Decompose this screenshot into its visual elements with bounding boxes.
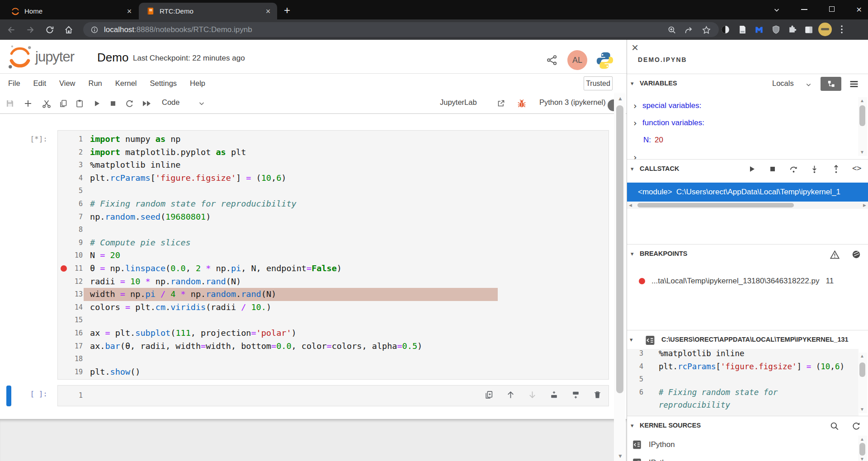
collapse-triangle-icon[interactable]: ▾ — [631, 165, 634, 172]
breakpoint-row[interactable]: ...ta\Local\Temp\ipykernel_13180\3646318… — [627, 277, 868, 286]
expand-chevron-icon[interactable]: › — [632, 152, 642, 159]
chevron-down-icon[interactable] — [805, 81, 812, 88]
scrollbar-thumb[interactable] — [637, 203, 794, 207]
line-number[interactable]: 8 — [71, 223, 83, 236]
callstack-section-header[interactable]: ▾ CALLSTACK <> — [627, 159, 868, 179]
line-number[interactable]: 9 — [71, 236, 83, 249]
save-icon[interactable] — [5, 99, 14, 108]
tab-search-chevron-icon[interactable] — [773, 6, 780, 14]
stop-icon[interactable] — [108, 99, 118, 108]
jupyterlab-link[interactable]: JupyterLab — [440, 98, 477, 107]
delete-cell-icon[interactable] — [593, 390, 602, 400]
menu-settings[interactable]: Settings — [150, 79, 177, 88]
line-number[interactable]: 11 — [71, 262, 83, 275]
menu-file[interactable]: File — [8, 79, 20, 88]
code-line-5[interactable]: 5 — [58, 184, 609, 198]
reload-icon[interactable] — [45, 25, 55, 35]
kernel-source-item[interactable]: IPython.core — [627, 454, 858, 461]
variables-section-header[interactable]: ▾ VARIABLES Locals — [627, 74, 868, 94]
code-line-11[interactable]: 11θ = np.linspace(0.0, 2 * np.pi, N, end… — [58, 262, 609, 275]
kernel-sources-section-header[interactable]: ▾ KERNEL SOURCES — [627, 416, 868, 436]
variable-group-label[interactable]: special variables: — [642, 101, 701, 110]
trusted-button[interactable]: Trusted — [584, 76, 613, 90]
terminate-icon[interactable] — [768, 165, 777, 174]
collapse-triangle-icon[interactable]: ▾ — [631, 80, 634, 87]
scope-dropdown[interactable]: Locals — [772, 79, 794, 88]
pause-on-exception-icon[interactable] — [830, 249, 840, 260]
line-number[interactable]: 7 — [71, 211, 83, 224]
line-number[interactable]: 16 — [71, 327, 83, 340]
malwarebytes-extension-icon[interactable] — [754, 25, 764, 35]
extensions-puzzle-icon[interactable] — [788, 25, 797, 34]
collapse-triangle-icon[interactable]: ▾ — [631, 422, 634, 429]
close-panel-icon[interactable]: × — [632, 41, 638, 55]
url-omnibox[interactable]: localhost:8888/notebooks/RTC:Demo.ipynb — [83, 22, 719, 37]
code-line-3[interactable]: 3%matplotlib inline — [58, 159, 609, 172]
chevron-down-icon[interactable] — [198, 100, 205, 107]
line-number[interactable]: 12 — [71, 275, 83, 288]
notes-extension-icon[interactable] — [738, 25, 747, 34]
user-avatar[interactable]: AL — [567, 50, 587, 70]
code-line-14[interactable]: 14colors = plt.cm.viridis(radii / 10.) — [58, 301, 609, 314]
duplicate-cell-icon[interactable] — [484, 390, 494, 400]
variable-row[interactable]: N:20 — [627, 132, 858, 149]
share-notebook-icon[interactable] — [546, 54, 558, 66]
kernel-sources-scrollbar[interactable]: ▲ ▼ — [858, 436, 867, 461]
menu-view[interactable]: View — [59, 79, 75, 88]
code-line-12[interactable]: 12radii = 10 * np.random.rand(N) — [58, 275, 609, 288]
menu-help[interactable]: Help — [190, 79, 205, 88]
line-number[interactable]: 10 — [71, 249, 83, 262]
scroll-up-icon[interactable]: ▲ — [618, 95, 623, 102]
code-line-7[interactable]: 7np.random.seed(19680801) — [58, 211, 609, 224]
insert-cell-above-icon[interactable] — [549, 390, 559, 400]
scrollbar-thumb[interactable] — [859, 443, 865, 456]
zoom-icon[interactable] — [667, 25, 677, 35]
code-line-8[interactable]: 8 — [58, 223, 609, 236]
menu-kernel[interactable]: Kernel — [115, 79, 137, 88]
evaluate-code-icon[interactable]: <> — [852, 164, 861, 173]
line-number[interactable]: 14 — [71, 301, 83, 314]
breakpoints-section-header[interactable]: ▾ BREAKPOINTS — [627, 244, 868, 264]
code-line-10[interactable]: 10N = 20 — [58, 249, 609, 262]
paste-icon[interactable] — [75, 99, 84, 108]
scrollbar-thumb[interactable] — [616, 105, 623, 393]
home-icon[interactable] — [64, 25, 74, 35]
kernel-name-label[interactable]: Python 3 (ipykernel) — [539, 98, 606, 107]
notebook-title[interactable]: Demo — [97, 51, 128, 65]
debugger-bug-icon[interactable] — [517, 99, 527, 109]
code-line-9[interactable]: 9# Compute pie slices — [58, 236, 609, 249]
line-number[interactable]: 13 — [71, 288, 83, 301]
sidepanel-icon[interactable] — [804, 25, 814, 35]
continue-icon[interactable] — [747, 165, 756, 174]
menu-run[interactable]: Run — [89, 79, 102, 88]
code-line-6[interactable]: 6# Fixing random state for reproducibili… — [58, 198, 609, 211]
code-line-17[interactable]: 17ax.bar(θ, radii, width=width, bottom=0… — [58, 340, 609, 353]
breakpoint-dot[interactable] — [639, 278, 645, 284]
browser-tab-home[interactable]: Home × — [5, 3, 138, 19]
insert-cell-below-icon[interactable] — [571, 390, 580, 400]
expand-chevron-icon[interactable]: › — [632, 118, 642, 128]
scroll-down-icon[interactable]: ▼ — [618, 453, 623, 459]
code-cell-editor[interactable]: 1import numpy as np2import matplotlib.py… — [57, 130, 609, 380]
variable-row[interactable]: ›special variables: — [627, 97, 858, 114]
expand-chevron-icon[interactable]: › — [632, 101, 642, 111]
scrollbar-thumb[interactable] — [859, 362, 865, 377]
callstack-horizontal-scrollbar[interactable]: ◀ ▶ — [627, 202, 868, 209]
kernel-source-item[interactable]: IPython — [627, 436, 858, 454]
line-number[interactable]: 15 — [71, 314, 83, 327]
scrollbar-thumb[interactable] — [859, 105, 865, 126]
menu-edit[interactable]: Edit — [33, 79, 46, 88]
code-line-13[interactable]: 13width = np.pi / 4 * np.random.rand(N) — [58, 288, 609, 301]
window-close-icon[interactable]: × — [856, 4, 862, 15]
external-link-icon[interactable] — [496, 99, 505, 108]
step-in-icon[interactable] — [810, 165, 819, 174]
line-number[interactable]: 1 — [71, 133, 83, 146]
line-number[interactable]: 3 — [71, 159, 83, 172]
minimize-icon[interactable] — [801, 9, 807, 10]
back-icon[interactable] — [6, 25, 16, 35]
profile-avatar[interactable] — [818, 23, 832, 36]
tab-close-icon[interactable]: × — [125, 7, 134, 15]
bookmark-star-icon[interactable] — [702, 25, 711, 35]
variable-row[interactable]: › — [627, 149, 858, 159]
move-cell-down-icon[interactable] — [528, 390, 537, 400]
